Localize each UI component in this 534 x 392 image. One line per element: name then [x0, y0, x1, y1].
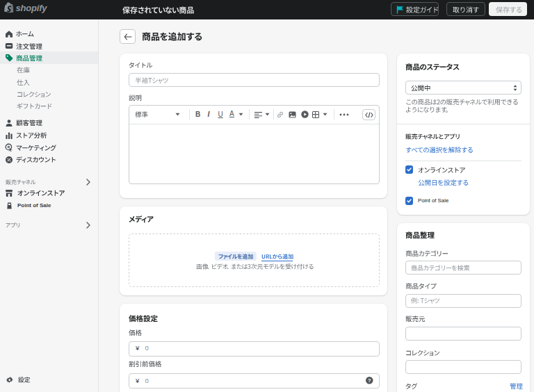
svg-text:?: ? — [368, 377, 371, 384]
